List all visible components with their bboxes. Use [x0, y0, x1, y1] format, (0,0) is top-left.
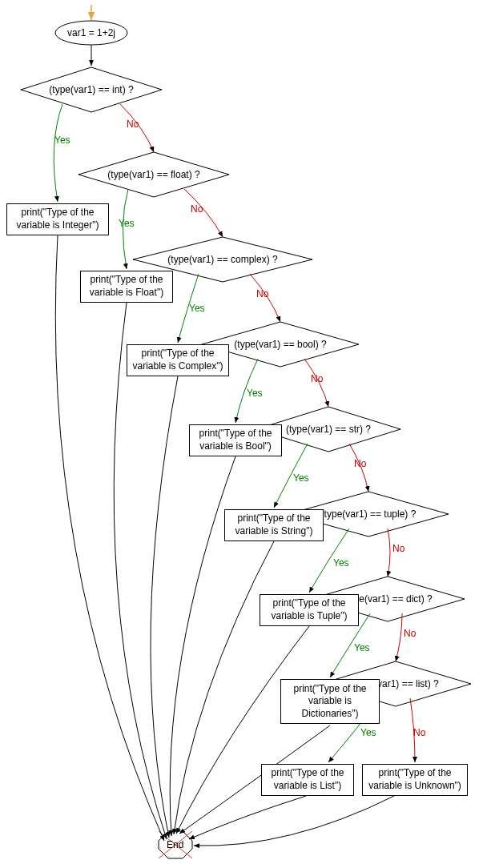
no-label: No [311, 373, 323, 384]
no-label: No [404, 628, 416, 639]
decision-bool: (type(var1) == bool) ? [223, 339, 338, 350]
decision-tuple: (type(var1) == tuple) ? [311, 508, 426, 520]
print-string: print("Type of the variable is String") [224, 509, 324, 541]
print-complex: print("Type of the variable is Complex") [127, 344, 229, 376]
no-label: No [127, 119, 139, 130]
no-label: No [191, 203, 203, 215]
yes-label: Yes [54, 135, 70, 146]
print-tuple: print("Type of the variable is Tuple") [260, 594, 359, 626]
no-label: No [354, 458, 366, 469]
no-label: No [392, 543, 404, 554]
yes-label: Yes [354, 642, 370, 653]
print-float: print("Type of the variable is Float") [80, 271, 173, 303]
decision-int: (type(var1) == int) ? [38, 84, 144, 95]
decision-float: (type(var1) == float) ? [98, 169, 210, 180]
end-node: End [167, 839, 183, 850]
no-label: No [413, 727, 425, 738]
print-bool: print("Type of the variable is Bool") [189, 424, 282, 456]
print-unknown: print("Type of the variable is Unknown") [362, 764, 468, 796]
yes-label: Yes [189, 303, 205, 314]
print-integer: print("Type of the variable is Integer") [6, 203, 109, 235]
yes-label: Yes [293, 472, 309, 484]
print-dict: print("Type of the variable is Dictionar… [280, 679, 380, 724]
yes-label: Yes [360, 727, 376, 738]
start-node: var1 = 1+2j [56, 27, 127, 38]
print-list: print("Type of the variable is List") [261, 764, 354, 796]
no-label: No [256, 288, 268, 299]
yes-label: Yes [119, 218, 135, 229]
decision-complex: (type(var1) == complex) ? [157, 254, 288, 265]
yes-label: Yes [333, 557, 349, 569]
decision-str: (type(var1) == str) ? [276, 424, 381, 435]
yes-label: Yes [247, 388, 263, 399]
